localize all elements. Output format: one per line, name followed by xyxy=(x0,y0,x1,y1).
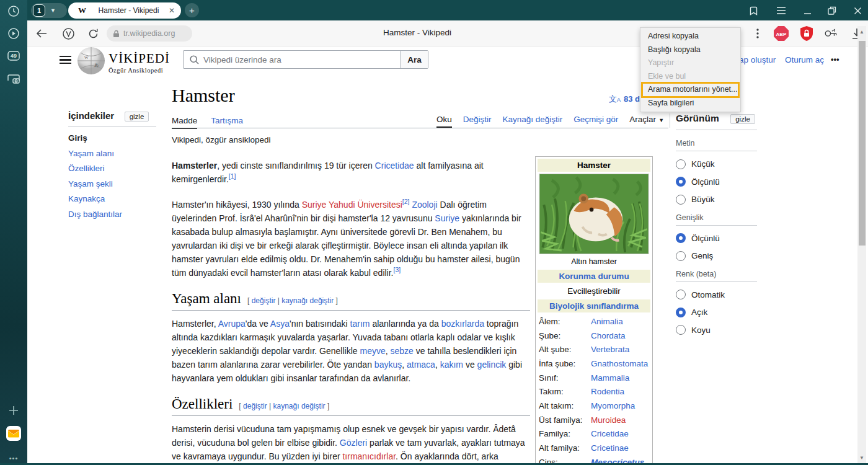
taxonomy-value[interactable]: Animalia xyxy=(591,317,623,326)
browser-logo-icon[interactable] xyxy=(61,27,75,40)
toc-item[interactable]: Giriş xyxy=(68,133,161,143)
taxonomy-value[interactable]: Muroidea xyxy=(591,415,626,425)
search-input[interactable] xyxy=(203,55,401,64)
media-play-icon[interactable] xyxy=(7,27,20,40)
toc-hide-button[interactable]: gizle xyxy=(125,112,149,122)
maximize-button[interactable] xyxy=(826,5,838,16)
radio-circle[interactable] xyxy=(676,290,686,299)
chevron-down-icon: ▼ xyxy=(658,117,664,123)
context-menu-item[interactable]: Adresi kopyala xyxy=(640,30,740,43)
tab-close-icon[interactable]: ✕ xyxy=(169,6,175,15)
article-tagline: Vikipedi, özgür ansiklopedi xyxy=(172,133,530,147)
view-tab[interactable]: Geçmişi gör xyxy=(574,115,618,128)
radio-circle[interactable] xyxy=(676,195,686,205)
taxonomy-value[interactable]: Myomorpha xyxy=(591,401,635,410)
user-menu-ellipsis[interactable]: ••• xyxy=(831,55,839,64)
context-menu-item[interactable]: Arama motorlarını yönet... xyxy=(640,83,740,97)
appearance-group-label: Metin xyxy=(676,130,757,151)
taxonomy-value[interactable]: Mammalia xyxy=(591,373,629,383)
abp-badge[interactable]: ABP xyxy=(773,25,789,42)
browser-tab[interactable]: W Hamster - Vikipedi ✕ xyxy=(68,2,181,19)
radio-circle[interactable] xyxy=(676,177,686,187)
mail-icon[interactable] xyxy=(6,425,22,441)
panels-icon[interactable] xyxy=(748,5,759,16)
url-text: tr.wikipedia.org xyxy=(123,29,175,38)
namespace-tabs: MaddeTartışma xyxy=(172,115,257,128)
wiki-menu-icon[interactable] xyxy=(60,53,71,66)
reload-button[interactable] xyxy=(86,27,100,40)
radio-option[interactable]: Geniş xyxy=(676,251,757,261)
toc-item[interactable]: Yaşam şekli xyxy=(68,179,161,188)
wikipedia-globe-logo[interactable]: W あ xyxy=(77,46,105,78)
taxonomy-value[interactable]: Vertebrata xyxy=(591,345,629,354)
language-selector[interactable]: 文A83 dil xyxy=(609,94,644,105)
status-header[interactable]: Korunma durumu xyxy=(538,270,650,283)
edit-link[interactable]: değiştir xyxy=(243,402,267,410)
toc-item[interactable]: Kaynakça xyxy=(68,194,161,203)
taxonomy-value[interactable]: Cricetidae xyxy=(591,429,629,438)
radio-circle[interactable] xyxy=(676,325,686,335)
edit-source-link[interactable]: kaynağı değiştir xyxy=(281,296,334,305)
tabs-count-badge[interactable]: 49 xyxy=(7,49,20,63)
search-button[interactable]: Ara xyxy=(401,51,428,68)
radio-option[interactable]: Ölçünlü xyxy=(676,177,757,187)
radio-circle[interactable] xyxy=(676,308,686,317)
wiki-wordmark[interactable]: VİKİPEDİ Özgür Ansiklopedi xyxy=(108,51,170,74)
scroll-down-arrow[interactable]: ▼ xyxy=(857,453,866,462)
scroll-thumb[interactable] xyxy=(859,41,866,246)
taxonomy-value[interactable]: Cricetinae xyxy=(591,443,629,453)
context-menu-item[interactable]: Sayfa bilgileri xyxy=(640,97,740,110)
edit-link[interactable]: değiştir xyxy=(252,296,276,305)
infobox-image[interactable] xyxy=(539,174,649,254)
radio-option[interactable]: Büyük xyxy=(676,195,757,205)
context-menu-item[interactable]: Başlığı kopyala xyxy=(640,43,740,57)
browser-menu-icon[interactable] xyxy=(776,5,787,16)
radio-circle[interactable] xyxy=(676,251,686,261)
add-icon[interactable] xyxy=(7,404,20,417)
panel-divider xyxy=(670,113,670,128)
login-link[interactable]: Oturum aç xyxy=(785,55,824,64)
radio-option[interactable]: Koyu xyxy=(676,325,757,335)
view-tab[interactable]: Kaynağı değiştir xyxy=(503,115,563,128)
history-icon[interactable] xyxy=(7,4,20,18)
taxonomy-value[interactable]: Chordata xyxy=(591,331,626,340)
view-tab[interactable]: Değiştir xyxy=(463,115,492,128)
password-manager-icon[interactable] xyxy=(824,27,838,40)
toc-item[interactable]: Özellikleri xyxy=(68,164,161,173)
close-button[interactable] xyxy=(852,5,863,16)
taxonomy-value[interactable]: Mesocricetus xyxy=(591,458,644,463)
taxonomy-value[interactable]: Rodentia xyxy=(591,387,624,396)
view-tab[interactable]: Oku xyxy=(436,115,452,128)
taxonomy-label: Cins: xyxy=(539,458,591,463)
radio-circle[interactable] xyxy=(676,159,686,169)
radio-option[interactable]: Otomatik xyxy=(676,290,757,299)
overflow-menu-icon[interactable] xyxy=(751,27,764,40)
taxonomy-value[interactable]: Gnathostomata xyxy=(591,359,648,368)
taxonomy-row: Üst familya:Muroidea xyxy=(538,413,650,427)
appearance-hide-button[interactable]: gizle xyxy=(730,114,755,124)
taxonomy-row: Alt şube:Vertebrata xyxy=(538,342,650,356)
tab-group-chip[interactable]: 1 ▼ xyxy=(31,3,67,18)
protect-shield-icon[interactable] xyxy=(799,25,815,42)
namespace-tab[interactable]: Madde xyxy=(172,116,197,129)
radio-option[interactable]: Küçük xyxy=(676,159,757,169)
radio-circle[interactable] xyxy=(676,233,686,243)
lock-icon xyxy=(113,30,120,38)
url-field[interactable]: tr.wikipedia.org xyxy=(107,25,192,42)
radio-option[interactable]: Ölçünlü xyxy=(676,233,757,243)
classification-header[interactable]: Biyolojik sınıflandırma xyxy=(538,299,650,312)
screenshot-icon[interactable] xyxy=(7,72,20,86)
scroll-up-arrow[interactable]: ▲ xyxy=(857,27,866,36)
minimize-button[interactable] xyxy=(802,5,813,16)
languages-icon: 文A xyxy=(609,94,621,104)
scrollbar[interactable]: ▲ ▼ xyxy=(857,26,866,463)
edit-source-link[interactable]: kaynağı değiştir xyxy=(273,402,326,410)
toc-item[interactable]: Yaşam alanı xyxy=(68,149,161,158)
new-tab-button[interactable]: + xyxy=(185,3,199,17)
back-button[interactable] xyxy=(35,27,48,40)
view-tab[interactable]: Araçlar▼ xyxy=(629,115,664,128)
radio-option[interactable]: Açık xyxy=(676,308,757,317)
namespace-tab[interactable]: Tartışma xyxy=(211,116,243,128)
toc-item[interactable]: Dış bağlantılar xyxy=(68,210,161,219)
taxonomy-label: Alt familya: xyxy=(539,443,591,453)
